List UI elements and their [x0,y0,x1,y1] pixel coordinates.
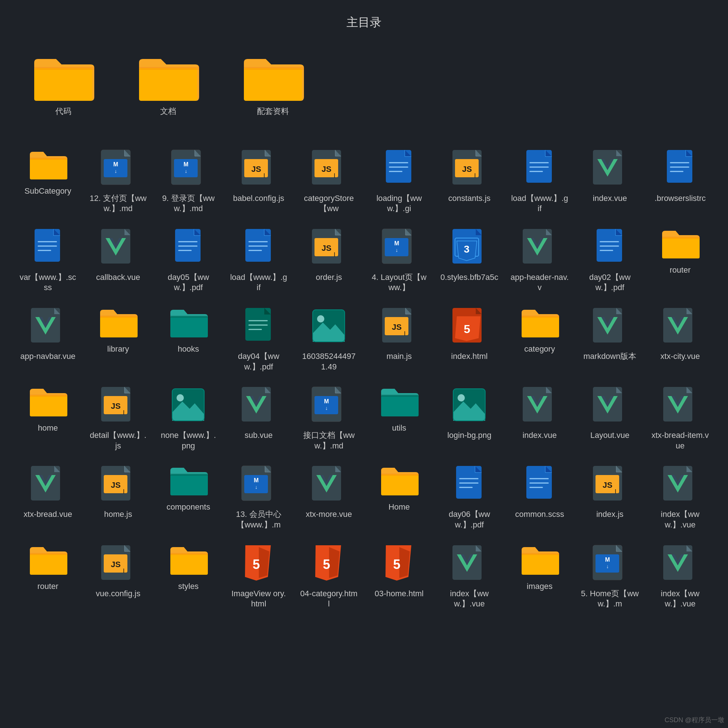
vue-config-js-icon: JS | [98,543,138,585]
file-item-app-navbar-vue[interactable]: app-navbar.vue [15,303,81,375]
file-item-home[interactable]: home [15,382,81,454]
subcategory-icon [28,148,68,182]
file-item-md-12[interactable]: M ↓ 12. 支付页【www.】.md [85,145,151,217]
layout-md-icon: M ↓ [379,227,419,269]
images-icon [520,543,560,578]
svg-text:|: | [263,173,265,177]
file-item-login-bg-png[interactable]: login-bg.png [436,382,503,454]
file-item-styles-css[interactable]: 3 3 0.styles.bfb7a5c [436,224,503,296]
xtx-bread-vue-icon [28,464,68,506]
file-item-category-store[interactable]: JS | categoryStore【ww [295,145,362,217]
file-item-md-9[interactable]: M ↓ 9. 登录页【www.】.md [155,145,222,217]
file-item-markdown-vue[interactable]: markdown版本 [577,303,643,375]
file-item-load-gif[interactable]: load【www.】.gif [506,145,573,217]
file-item-index-vue[interactable]: index.vue [577,145,643,217]
file-item-xtx-bread-item-vue[interactable]: xtx-bread-item.vue [647,382,713,454]
file-item-babel-js[interactable]: JS | babel.config.js [225,145,292,217]
file-item-app-header-vue[interactable]: app-header-nav.v [506,224,573,296]
file-item-main-js[interactable]: JS | main.js [366,303,433,375]
svg-text:↓: ↓ [185,168,187,174]
file-item-components[interactable]: components [155,461,222,533]
file-item-index-vue2[interactable]: index.vue [506,382,573,454]
file-item-home-md[interactable]: M ↓ 5. Home页【www.】.m [577,541,643,612]
day02-pdf-icon [590,227,630,269]
svg-rect-167 [30,554,67,575]
file-item-index-vue3[interactable]: index【ww w.】.vue [647,461,713,533]
file-item-imageview-html[interactable]: 5 ImageView ory.html [225,541,292,612]
file-item-category2[interactable]: category [506,303,573,375]
file-item-styles[interactable]: styles [155,541,222,612]
svg-rect-76 [662,237,700,258]
file-item-load-gif2[interactable]: load【www.】.gif [225,224,292,296]
file-item-api-md[interactable]: M ↓ 接口文档【www.】.md [295,382,362,454]
03-home-html-label: 03-home.html [375,589,424,599]
md-13-icon: M ↓ [239,464,279,506]
file-item-xtx-city-vue[interactable]: xtx-city.vue [647,303,713,375]
file-item-callback-vue[interactable]: callback.vue [85,224,151,296]
file-item-day02-pdf[interactable]: day02【ww w.】.pdf [577,224,643,296]
file-item-day04-pdf[interactable]: day04【www.】.pdf [225,303,292,375]
layout-vue-icon [590,385,630,427]
file-item-vue-config-js[interactable]: JS | vue.config.js [85,541,151,612]
svg-text:M: M [394,240,399,246]
file-item-router2[interactable]: router [15,541,81,612]
file-item-index-html[interactable]: 5 5 index.html [436,303,503,375]
file-item-images[interactable]: images [506,541,573,612]
xtx-bread-vue-label: xtx-bread.vue [24,509,72,520]
file-item-home-folder[interactable]: Home [366,461,433,533]
xtx-bread-item-vue-icon [660,385,700,427]
file-item-constants-js[interactable]: JS | constants.js [436,145,503,217]
file-item-xtx-more-vue[interactable]: xtx-more.vue [295,461,362,533]
home-icon [28,385,68,419]
home-md-icon: M ↓ [590,543,630,585]
file-item-layout-md[interactable]: M ↓ 4. Layout页【www.】 [366,224,433,296]
folder-daima[interactable]: 代码 [29,49,98,120]
var-scss-icon [28,227,68,269]
file-item-browserslistrc[interactable]: .browserslistrc [647,145,713,217]
order-js-label: order.js [316,272,342,283]
file-item-day06-pdf[interactable]: day06【ww w.】.pdf [436,461,503,533]
svg-text:JS: JS [251,165,261,174]
components-icon [168,464,209,498]
file-item-home-js[interactable]: JS | home.js [85,461,151,533]
file-item-xtx-bread-vue[interactable]: xtx-bread.vue [15,461,81,533]
index-html-label: index.html [451,351,487,362]
file-item-day05-pdf[interactable]: day05【www.】.pdf [155,224,222,296]
file-item-order-js[interactable]: JS | order.js [295,224,362,296]
file-item-04-cate-html[interactable]: 5 04-category.html [295,541,362,612]
day05-pdf-icon [168,227,209,269]
top-folders: 代码 文档 配套资料 [0,41,728,134]
page-title: 主目录 [0,0,728,41]
router2-icon [28,543,68,578]
index-html-icon: 5 5 [450,306,489,348]
file-item-img-1604[interactable]: 1603852444971.49 [295,303,362,375]
file-item-detail-js[interactable]: JS | detail【www.】.js [85,382,151,454]
file-item-loading-gif[interactable]: loading【www.】.gi [366,145,433,217]
file-item-index-vue5[interactable]: index【ww w.】.vue [647,541,713,612]
svg-text:JS: JS [111,401,121,411]
file-item-03-home-html[interactable]: 5 03-home.html [366,541,433,612]
file-item-index-vue4[interactable]: index【ww w.】.vue [436,541,503,612]
file-item-none-png[interactable]: none【www.】.png [155,382,222,454]
none-png-icon [168,385,209,427]
file-item-md-13[interactable]: M ↓ 13. 会员中心【www.】.m [225,461,292,533]
file-item-hooks[interactable]: hooks [155,303,222,375]
utils-icon [379,385,419,419]
svg-text:M: M [324,398,329,404]
imageview-html-label: ImageView ory.html [230,589,288,609]
file-item-sub-vue[interactable]: sub.vue [225,382,292,454]
file-item-subcategory[interactable]: SubCategory [15,145,81,217]
file-item-library[interactable]: library [85,303,151,375]
xtx-bread-item-vue-label: xtx-bread-item.vue [651,430,710,451]
index-vue5-icon [660,543,700,585]
folder-peitao[interactable]: 配套资料 [239,49,307,120]
file-item-router[interactable]: router [647,224,713,296]
svg-text:5: 5 [393,557,400,572]
04-cate-html-icon: 5 [309,543,349,585]
folder-wendang[interactable]: 文档 [134,49,202,120]
file-item-index-js[interactable]: JS | index.js [577,461,643,533]
file-item-var-scss[interactable]: var【www.】.scss [15,224,81,296]
file-item-layout-vue[interactable]: Layout.vue [577,382,643,454]
file-item-common-css[interactable]: common.scss [506,461,573,533]
file-item-utils[interactable]: utils [366,382,433,454]
